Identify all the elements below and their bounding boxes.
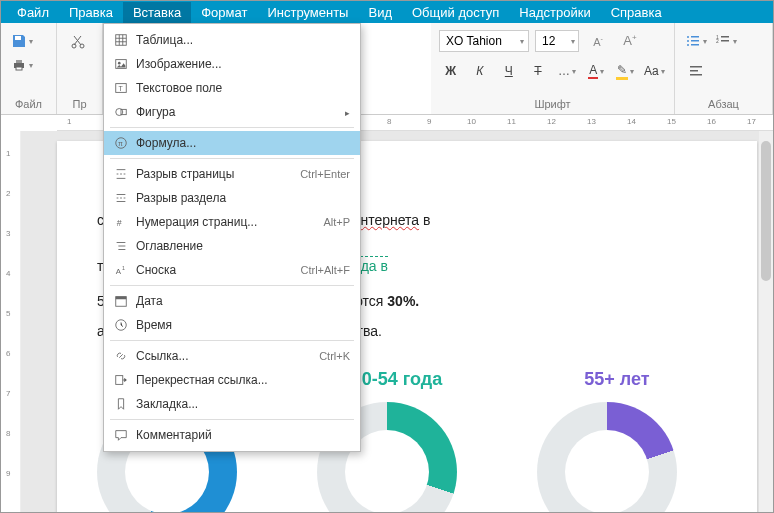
font-size-select[interactable]: 12 [535,30,579,52]
textbox-icon: T [110,81,132,95]
pagenum-icon: # [110,215,132,229]
image-icon [110,57,132,71]
menu-item-table[interactable]: Таблица... [104,28,360,52]
donut-graphic [537,402,677,513]
footnote-icon: A1 [110,263,132,277]
menu-item-formula[interactable]: πФормула... [104,131,360,155]
svg-rect-32 [116,297,127,300]
menu-формат[interactable]: Формат [191,2,257,23]
menu-item-pagebreak[interactable]: Разрыв страницыCtrl+Enter [104,162,360,186]
svg-rect-15 [721,40,729,42]
svg-text:2: 2 [716,38,719,44]
menu-вставка[interactable]: Вставка [123,2,191,23]
table-icon [110,33,132,47]
submenu-arrow-icon [345,105,350,119]
menu-item-sectionbreak[interactable]: Разрыв раздела [104,186,360,210]
bold-button[interactable]: Ж [439,59,462,83]
svg-rect-2 [16,60,22,63]
svg-rect-34 [116,376,123,385]
menu-item-pagenum[interactable]: #Нумерация страниц...Alt+P [104,210,360,234]
svg-rect-11 [691,44,699,46]
comment-icon [110,428,132,442]
date-icon [110,294,132,308]
menu-item-comment[interactable]: Комментарий [104,423,360,447]
strike-button[interactable]: T [526,59,549,83]
ruler-vertical: 123456789 [1,131,21,512]
svg-point-10 [687,44,689,46]
menu-item-footnote[interactable]: A1СноскаCtrl+Alt+F [104,258,360,282]
more-font-button[interactable]: … [556,59,579,83]
case-button[interactable]: Aa [643,59,666,83]
svg-rect-13 [721,36,729,38]
svg-rect-16 [690,66,702,68]
font-color-button[interactable]: A [585,59,608,83]
formula-icon: π [110,136,132,150]
menu-item-textbox[interactable]: TТекстовое поле [104,76,360,100]
bookmark-icon [110,397,132,411]
menu-общий доступ[interactable]: Общий доступ [402,2,509,23]
menu-item-bookmark[interactable]: Закладка... [104,392,360,416]
svg-text:A: A [116,267,122,276]
menu-item-time[interactable]: Время [104,313,360,337]
number-list-button[interactable]: 12 [713,29,739,53]
menubar: ФайлПравкаВставкаФорматИнструментыВидОбщ… [1,1,773,23]
svg-rect-9 [691,40,699,42]
svg-rect-3 [16,67,22,70]
svg-rect-0 [15,36,21,40]
menu-вид[interactable]: Вид [358,2,402,23]
group-label-para: Абзац [683,96,764,112]
menu-справка[interactable]: Справка [601,2,672,23]
svg-point-21 [118,62,121,65]
chart-title: 55+ лет [537,369,697,390]
insert-menu-dropdown: Таблица...Изображение...TТекстовое полеФ… [103,23,361,452]
bullet-list-button[interactable] [683,29,709,53]
save-button[interactable] [9,29,35,53]
menu-файл[interactable]: Файл [7,2,59,23]
font-shrink-button[interactable]: A- [585,29,611,53]
svg-point-8 [687,40,689,42]
svg-text:1: 1 [122,265,125,271]
scrollbar-thumb[interactable] [761,141,771,281]
group-label-font: Шрифт [439,96,666,112]
toc-icon [110,239,132,253]
svg-point-5 [80,44,84,48]
underline-button[interactable]: Ч [497,59,520,83]
link-icon [110,349,132,363]
pagebreak-icon [110,167,132,181]
donut-chart: 55+ лет [537,369,697,513]
sectionbreak-icon [110,191,132,205]
menu-инструменты[interactable]: Инструменты [257,2,358,23]
cut-button[interactable] [65,29,91,53]
svg-text:#: # [117,218,122,228]
print-button[interactable] [9,53,35,77]
menu-правка[interactable]: Правка [59,2,123,23]
xref-icon [110,373,132,387]
group-label-edit: Пр [65,96,94,112]
highlight-button[interactable]: ✎ [614,59,637,83]
font-family-select[interactable]: XO Tahion [439,30,529,52]
svg-text:T: T [118,85,123,92]
menu-item-date[interactable]: Дата [104,289,360,313]
menu-item-image[interactable]: Изображение... [104,52,360,76]
svg-rect-17 [690,70,698,72]
menu-item-shape[interactable]: Фигура [104,100,360,124]
svg-point-6 [687,36,689,38]
time-icon [110,318,132,332]
svg-rect-18 [690,74,702,76]
shape-icon [110,105,132,119]
menu-item-link[interactable]: Ссылка...Ctrl+K [104,344,360,368]
menu-item-toc[interactable]: Оглавление [104,234,360,258]
font-grow-button[interactable]: A+ [617,29,643,53]
svg-text:π: π [118,140,123,147]
scrollbar-vertical[interactable] [759,131,773,512]
align-left-button[interactable] [683,59,709,83]
menu-надстройки[interactable]: Надстройки [509,2,600,23]
svg-rect-7 [691,36,699,38]
italic-button[interactable]: К [468,59,491,83]
group-label-file: Файл [9,96,48,112]
svg-rect-19 [116,35,127,46]
menu-item-xref[interactable]: Перекрестная ссылка... [104,368,360,392]
